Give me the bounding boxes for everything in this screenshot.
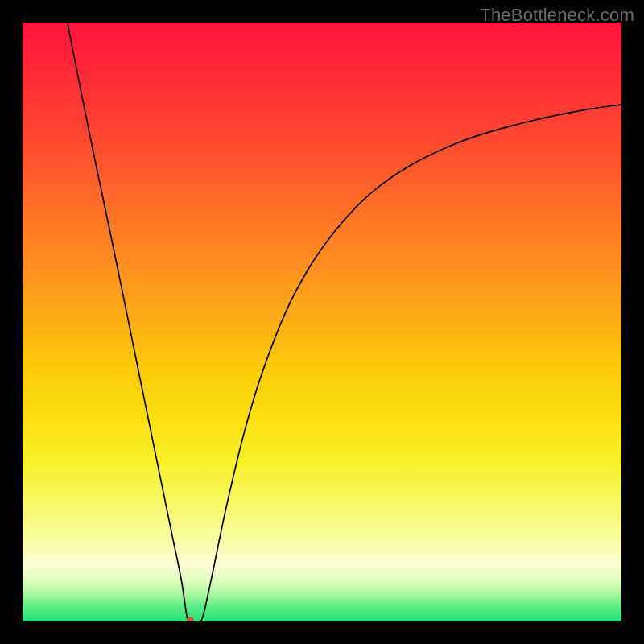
chart-canvas (23, 23, 621, 621)
gradient-background (23, 23, 621, 621)
chart-frame: TheBottleneck.com (0, 0, 644, 644)
plot-area (23, 23, 621, 621)
watermark-text: TheBottleneck.com (480, 5, 634, 26)
